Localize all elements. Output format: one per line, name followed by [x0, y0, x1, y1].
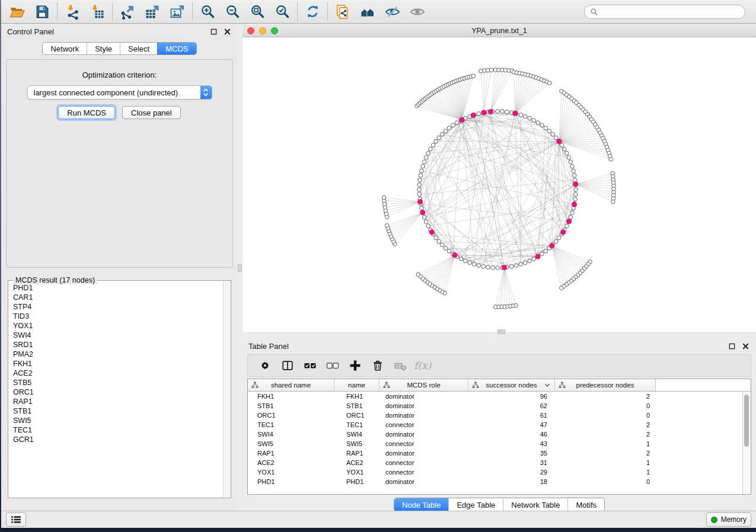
tab-network[interactable]: Network: [43, 43, 87, 55]
export-web-button[interactable]: [330, 2, 355, 22]
tab-edge-table[interactable]: Edge Table: [448, 498, 503, 511]
zoom-in-button[interactable]: [195, 2, 220, 22]
tab-node-table[interactable]: Node Table: [394, 498, 449, 511]
table-row[interactable]: STB1STB1dominator620: [248, 401, 743, 411]
import-network-button[interactable]: [60, 2, 85, 22]
splitter-handle[interactable]: [497, 329, 505, 334]
mcds-node-item[interactable]: STP4: [13, 302, 223, 312]
float-table-panel-button[interactable]: [727, 341, 736, 351]
graph-node: [471, 74, 476, 78]
status-bar: Memory: [1, 511, 756, 528]
import-table-button[interactable]: [85, 2, 110, 22]
show-all-button[interactable]: [405, 2, 430, 22]
mcds-node-item[interactable]: FKH1: [13, 359, 223, 368]
global-search[interactable]: [584, 5, 745, 19]
table-settings-button[interactable]: [255, 357, 275, 374]
graph-node-mcds: [488, 109, 493, 114]
tab-motifs[interactable]: Motifs: [567, 498, 604, 511]
run-mcds-button[interactable]: Run MCDS: [58, 106, 115, 119]
table-row[interactable]: RAP1RAP1dominator352: [248, 448, 743, 458]
zoom-fit-button[interactable]: [245, 2, 270, 22]
zoom-selected-icon: [275, 4, 291, 20]
memory-button[interactable]: Memory: [706, 512, 751, 527]
toolbar-separator: [112, 3, 113, 21]
table-row[interactable]: TEC1TEC1connector472: [248, 420, 743, 430]
float-panel-button[interactable]: [209, 27, 218, 36]
zoom-selected-button[interactable]: [270, 2, 295, 22]
mcds-node-item[interactable]: CAR1: [13, 293, 223, 302]
column-header-name[interactable]: name: [334, 379, 379, 392]
network-canvas[interactable]: [243, 37, 756, 332]
mcds-node-item[interactable]: GCR1: [13, 435, 223, 444]
hide-selected-button[interactable]: [380, 2, 405, 22]
export-table-button[interactable]: [140, 2, 165, 22]
select-all-button[interactable]: [300, 357, 320, 374]
refresh-button[interactable]: [300, 2, 325, 22]
save-session-button[interactable]: [30, 2, 55, 22]
export-network-button[interactable]: [115, 2, 140, 22]
close-panel-button[interactable]: [222, 27, 232, 36]
network-graph[interactable]: [243, 37, 756, 332]
table-row[interactable]: SWI5SWI5connector431: [248, 439, 743, 448]
table-body: FKH1FKH1dominator962STB1STB1dominator620…: [248, 392, 743, 494]
search-input[interactable]: [602, 7, 739, 17]
delete-button[interactable]: [368, 357, 388, 374]
table-row[interactable]: PHD1PHD1dominator180: [248, 477, 743, 486]
add-column-button[interactable]: [345, 357, 365, 374]
table-row[interactable]: YOX1YOX1connector291: [248, 467, 743, 477]
table-row[interactable]: FKH1FKH1dominator962: [248, 392, 743, 401]
mcds-node-item[interactable]: PMA2: [13, 350, 223, 359]
open-session-button[interactable]: [5, 2, 30, 22]
mcds-node-item[interactable]: ACE2: [13, 368, 223, 378]
tab-style[interactable]: Style: [87, 43, 120, 55]
mcds-node-item[interactable]: STB1: [13, 406, 223, 416]
panel-menu-button[interactable]: [6, 512, 26, 527]
tab-mcds[interactable]: MCDS: [157, 43, 196, 55]
close-panel-action-button[interactable]: Close panel: [122, 106, 181, 119]
graph-node: [420, 169, 424, 173]
function-builder-button[interactable]: f(x): [413, 357, 433, 374]
export-image-button[interactable]: [165, 2, 190, 22]
table-row[interactable]: ORC1ORC1dominator610: [248, 411, 743, 420]
horizontal-splitter[interactable]: [243, 332, 756, 339]
column-header-shared-name[interactable]: shared name: [248, 379, 334, 392]
table-scrollbar[interactable]: [742, 392, 751, 494]
list-scrollbar[interactable]: [223, 281, 230, 497]
zoom-out-button[interactable]: [220, 2, 245, 22]
mcds-node-item[interactable]: SRD1: [13, 340, 223, 350]
criterion-select[interactable]: largest connected component (undirected): [27, 85, 212, 100]
graph-node: [569, 216, 573, 220]
tab-network-table[interactable]: Network Table: [503, 498, 567, 511]
mcds-node-item[interactable]: TID3: [13, 312, 223, 321]
scrollbar-thumb[interactable]: [744, 395, 749, 447]
table-row[interactable]: SWI4SWI4dominator462: [248, 430, 743, 439]
split-table-panel-button[interactable]: [277, 357, 298, 374]
mcds-node-item[interactable]: ORC1: [13, 387, 223, 397]
cell-succ: 18: [468, 477, 555, 486]
column-header-successor-nodes[interactable]: successor nodes: [468, 379, 555, 392]
select-stepper-icon: [200, 85, 212, 100]
splitter-handle[interactable]: [238, 264, 242, 272]
mcds-node-item[interactable]: SWI4: [13, 331, 223, 340]
mcds-node-item[interactable]: PHD1: [13, 283, 223, 293]
column-header-predecessor-nodes[interactable]: predecessor nodes: [555, 379, 656, 392]
graph-node: [554, 239, 559, 243]
table-toolbar: f(x): [247, 354, 751, 377]
column-header-MCDS-role[interactable]: MCDS role: [379, 379, 468, 392]
table-row[interactable]: ACE2ACE2connector311: [248, 458, 743, 467]
network-home-button[interactable]: [355, 2, 380, 22]
close-table-panel-button[interactable]: [741, 341, 750, 351]
mcds-node-item[interactable]: YOX1: [13, 321, 223, 331]
tab-select[interactable]: Select: [120, 43, 157, 55]
mcds-node-item[interactable]: TEC1: [13, 425, 223, 435]
deselect-all-button[interactable]: [323, 357, 343, 374]
graph-nodes[interactable]: [382, 68, 615, 309]
mcds-node-item[interactable]: STB5: [13, 378, 223, 387]
mcds-node-item[interactable]: RAP1: [13, 397, 223, 406]
mcds-node-item[interactable]: SWI5: [13, 416, 223, 425]
memory-label: Memory: [721, 515, 747, 524]
graph-node: [572, 169, 576, 173]
delete-table-button[interactable]: [390, 357, 410, 374]
graph-node: [519, 262, 523, 267]
graph-node: [440, 132, 444, 136]
